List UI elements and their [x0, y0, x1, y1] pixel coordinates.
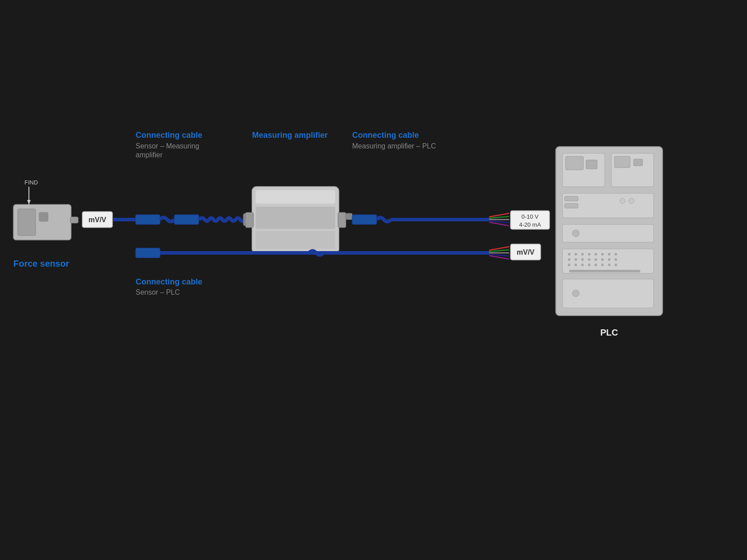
svg-rect-44: [565, 196, 578, 201]
svg-point-74: [614, 264, 617, 266]
diagram-container: FIND Force sensor mV/V 0-10 V 4-20 mA: [0, 0, 747, 560]
svg-rect-45: [565, 204, 578, 208]
svg-rect-20: [352, 215, 377, 224]
svg-rect-41: [614, 156, 630, 168]
svg-rect-18: [338, 212, 346, 228]
svg-point-77: [572, 290, 579, 297]
svg-point-69: [581, 264, 584, 266]
svg-point-53: [581, 253, 584, 256]
svg-rect-19: [346, 213, 352, 220]
svg-point-55: [594, 253, 597, 256]
svg-rect-10: [136, 215, 160, 224]
svg-rect-39: [566, 156, 583, 170]
connecting-cable-right-title: Connecting cable: [352, 131, 419, 140]
svg-point-47: [629, 198, 634, 204]
svg-point-68: [574, 264, 577, 266]
svg-rect-50: [562, 249, 654, 273]
svg-point-49: [572, 230, 579, 237]
svg-text:FIND: FIND: [24, 179, 38, 186]
svg-point-61: [581, 258, 584, 261]
svg-rect-75: [569, 270, 640, 272]
svg-rect-4: [70, 217, 78, 223]
svg-point-71: [594, 264, 597, 266]
svg-point-66: [614, 258, 617, 261]
svg-point-70: [588, 264, 590, 266]
connecting-cable-bottom-title: Connecting cable: [136, 277, 202, 286]
connecting-cable-top-sub2: amplifier: [136, 151, 163, 159]
svg-rect-2: [18, 209, 36, 236]
svg-point-54: [588, 253, 590, 256]
svg-point-64: [601, 258, 604, 261]
svg-point-63: [594, 258, 597, 261]
svg-point-62: [588, 258, 590, 261]
connecting-cable-right-sub: Measuring amplifier – PLC: [352, 142, 436, 150]
svg-point-58: [614, 253, 617, 256]
mv-v-left-label: mV/V: [88, 216, 106, 224]
svg-point-67: [568, 264, 570, 266]
svg-rect-16: [256, 231, 335, 249]
svg-point-52: [574, 253, 577, 256]
svg-point-59: [568, 258, 570, 261]
svg-rect-28: [136, 248, 160, 258]
connecting-cable-top-sub1: Sensor – Measuring: [136, 142, 199, 150]
connecting-cable-top-title: Connecting cable: [136, 131, 202, 140]
svg-rect-11: [174, 215, 199, 224]
svg-point-57: [608, 253, 610, 256]
output-label-1: 0-10 V: [522, 213, 539, 220]
svg-rect-17: [245, 212, 253, 228]
connecting-cable-bottom-sub: Sensor – PLC: [136, 288, 180, 296]
svg-rect-40: [586, 160, 597, 169]
measuring-amplifier-title: Measuring amplifier: [252, 131, 328, 140]
svg-point-51: [568, 253, 570, 256]
svg-rect-15: [256, 207, 335, 229]
svg-point-56: [601, 253, 604, 256]
force-sensor-label: Force sensor: [13, 259, 69, 268]
svg-point-73: [608, 264, 610, 266]
svg-point-46: [620, 198, 625, 204]
svg-rect-3: [39, 212, 48, 221]
svg-rect-42: [634, 159, 643, 166]
plc-label: PLC: [600, 328, 618, 337]
svg-point-60: [574, 258, 577, 261]
svg-rect-14: [256, 190, 335, 204]
svg-point-65: [608, 258, 610, 261]
svg-point-72: [601, 264, 604, 266]
output-label-2: 4-20 mA: [519, 221, 541, 228]
mv-v-right-label: mV/V: [517, 248, 534, 256]
